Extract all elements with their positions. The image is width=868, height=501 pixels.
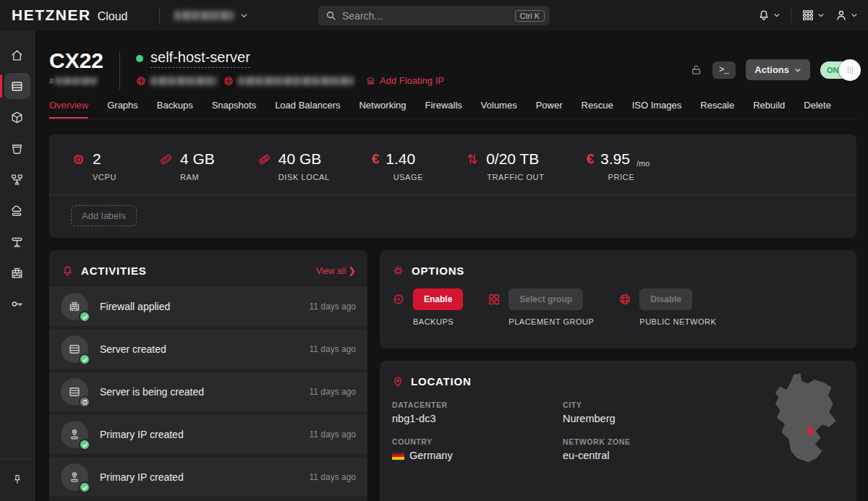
tab-backups[interactable]: Backups — [157, 100, 193, 119]
tab-rescale[interactable]: Rescale — [700, 100, 734, 119]
pending-badge — [79, 396, 90, 408]
home-icon — [10, 48, 24, 62]
tab-rebuild[interactable]: Rebuild — [753, 100, 785, 119]
search-input[interactable] — [342, 10, 515, 22]
floating-ip-icon — [366, 76, 376, 86]
germany-flag-icon — [392, 452, 404, 460]
brand-logo[interactable]: HETZNER Cloud — [12, 7, 127, 24]
add-floating-ip-link[interactable]: Add Floating IP — [366, 75, 444, 86]
tab-networking[interactable]: Networking — [359, 100, 406, 119]
history-icon — [392, 293, 405, 306]
sidebar-item-load-balancers[interactable] — [4, 166, 30, 192]
topbar-divider — [159, 7, 160, 23]
enable-backups-button[interactable]: Enable — [413, 288, 463, 310]
placement-group-icon — [488, 293, 501, 306]
stat-ram: 4 GB RAM — [158, 150, 215, 181]
apps-menu[interactable] — [801, 9, 825, 22]
location-pin-icon — [392, 376, 404, 387]
success-badge — [79, 354, 90, 365]
redacted-ipv4 — [150, 77, 217, 85]
server-name-editable[interactable]: self-host-server — [150, 49, 250, 68]
check-icon — [82, 442, 88, 448]
tab-rescue[interactable]: Rescue — [582, 100, 613, 119]
sidebar-item-floating-ips[interactable] — [4, 197, 30, 223]
sidebar-item-object-storage[interactable] — [4, 135, 30, 161]
bucket-icon — [10, 142, 24, 155]
unlock-icon — [690, 64, 702, 76]
globe-icon — [224, 76, 234, 86]
disable-public-network-button[interactable]: Disable — [639, 288, 692, 310]
tab-load-balancers[interactable]: Load Balancers — [275, 100, 340, 119]
primary-ip-icon — [68, 471, 81, 484]
sidebar-item-home[interactable] — [4, 42, 30, 68]
server-header: CX22 # self-host-server — [49, 49, 856, 90]
option-backups: Enable BACKUPS — [392, 288, 463, 326]
sidebar — [0, 30, 35, 501]
location-card: LOCATION DATACENTER nbg1-dc3 CITY Nuremb… — [380, 361, 856, 501]
search-bar[interactable]: Ctrl K — [318, 6, 550, 25]
sidebar-item-networks[interactable] — [4, 228, 30, 254]
sidebar-item-firewalls[interactable] — [4, 260, 30, 286]
tab-overview[interactable]: Overview — [49, 100, 88, 119]
tab-iso-images[interactable]: ISO Images — [632, 100, 682, 119]
tab-firewalls[interactable]: Firewalls — [425, 100, 462, 119]
view-all-link[interactable]: View all ❯ — [316, 266, 356, 276]
chevron-down-icon — [773, 12, 780, 19]
redacted-server-id — [55, 77, 97, 85]
server-icon — [68, 343, 81, 356]
activities-card: ACTIVITIES View all ❯ Firewall applied 1… — [49, 250, 367, 501]
euro-icon: € — [586, 151, 594, 167]
server-icon — [10, 80, 24, 93]
sidebar-item-volumes[interactable] — [4, 104, 30, 130]
select-placement-group-button[interactable]: Select group — [509, 288, 583, 310]
activity-avatar — [61, 335, 88, 363]
notifications-menu[interactable] — [757, 9, 780, 22]
sidebar-item-security[interactable] — [4, 291, 30, 317]
traffic-arrows-icon — [465, 152, 480, 166]
project-selector[interactable] — [174, 11, 248, 20]
power-state-label: ON — [827, 66, 839, 74]
activity-avatar — [61, 378, 88, 406]
check-icon — [82, 356, 88, 363]
redacted-ipv6 — [238, 77, 354, 85]
sidebar-item-servers[interactable] — [4, 73, 30, 99]
topbar-divider — [791, 7, 791, 23]
tab-power[interactable]: Power — [536, 100, 563, 119]
topbar-right — [757, 0, 858, 30]
success-badge — [79, 439, 90, 450]
toggle-knob — [839, 59, 861, 81]
activity-row: Primary IP created 11 days ago — [49, 458, 367, 497]
add-labels-button[interactable]: Add labels — [71, 205, 137, 226]
primary-ip-icon — [68, 428, 81, 441]
server-stats-card: 2 VCPU 4 GB RAM 40 GB DISK LO — [49, 134, 856, 238]
germany-map-shape — [762, 369, 851, 471]
sidebar-pin-toggle[interactable] — [4, 466, 30, 492]
activity-row: Server is being created 11 days ago — [49, 372, 367, 411]
account-menu[interactable] — [835, 9, 858, 22]
option-placement-group: Select group PLACEMENT GROUP — [488, 288, 594, 326]
redacted-project-name — [174, 11, 234, 20]
chevron-right-icon: ❯ — [348, 266, 356, 275]
console-button[interactable]: >_ — [712, 61, 736, 79]
success-badge — [79, 481, 90, 493]
chevron-down-icon — [817, 12, 825, 19]
check-icon — [82, 484, 88, 491]
tab-graphs[interactable]: Graphs — [107, 100, 138, 119]
tab-delete[interactable]: Delete — [804, 100, 831, 119]
options-title: OPTIONS — [412, 265, 464, 277]
header-divider — [119, 51, 120, 90]
chevron-down-icon — [851, 12, 858, 19]
globe-icon — [618, 293, 631, 306]
actions-button[interactable]: Actions — [746, 59, 810, 80]
tab-snapshots[interactable]: Snapshots — [212, 100, 256, 119]
stat-usage: € 1.40 USAGE — [372, 150, 424, 181]
tab-volumes[interactable]: Volumes — [481, 100, 517, 119]
chevron-down-icon — [794, 67, 801, 74]
bell-icon — [757, 9, 770, 22]
cpu-icon — [71, 152, 86, 167]
sidebar-bottom — [0, 458, 35, 501]
check-icon — [82, 314, 88, 320]
power-toggle[interactable]: ON — [820, 61, 856, 79]
option-public-network: Disable PUBLIC NETWORK — [618, 288, 716, 326]
field-country: COUNTRY Germany — [392, 437, 563, 461]
